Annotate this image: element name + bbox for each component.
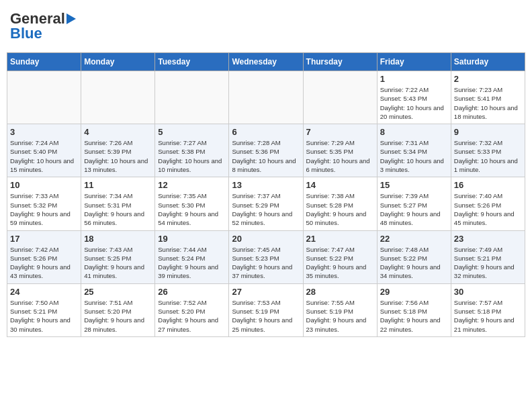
calendar-cell: 17Sunrise: 7:42 AM Sunset: 5:26 PM Dayli…: [7, 230, 81, 283]
calendar-cell: 16Sunrise: 7:40 AM Sunset: 5:26 PM Dayli…: [451, 177, 525, 230]
day-number: 5: [158, 127, 226, 137]
day-number: 19: [158, 234, 226, 244]
day-info: Sunrise: 7:57 AM Sunset: 5:18 PM Dayligh…: [454, 298, 522, 334]
logo: General Blue: [10, 10, 76, 42]
calendar-cell: 7Sunrise: 7:29 AM Sunset: 5:35 PM Daylig…: [303, 124, 377, 177]
day-info: Sunrise: 7:28 AM Sunset: 5:36 PM Dayligh…: [232, 138, 300, 174]
calendar-cell: 9Sunrise: 7:32 AM Sunset: 5:33 PM Daylig…: [451, 124, 525, 177]
weekday-header-friday: Friday: [377, 53, 451, 71]
calendar-cell: 19Sunrise: 7:44 AM Sunset: 5:24 PM Dayli…: [155, 230, 229, 283]
calendar-cell: [229, 71, 303, 124]
day-number: 28: [306, 287, 374, 297]
calendar-cell: 28Sunrise: 7:55 AM Sunset: 5:19 PM Dayli…: [303, 283, 377, 336]
day-info: Sunrise: 7:24 AM Sunset: 5:40 PM Dayligh…: [10, 138, 78, 174]
calendar-cell: 4Sunrise: 7:26 AM Sunset: 5:39 PM Daylig…: [81, 124, 155, 177]
day-number: 9: [454, 127, 522, 137]
weekday-header-saturday: Saturday: [451, 53, 525, 71]
calendar-cell: 10Sunrise: 7:33 AM Sunset: 5:32 PM Dayli…: [7, 177, 81, 230]
day-info: Sunrise: 7:26 AM Sunset: 5:39 PM Dayligh…: [84, 138, 152, 174]
calendar-week-1: 1Sunrise: 7:22 AM Sunset: 5:43 PM Daylig…: [7, 71, 525, 124]
calendar-cell: 12Sunrise: 7:35 AM Sunset: 5:30 PM Dayli…: [155, 177, 229, 230]
day-info: Sunrise: 7:44 AM Sunset: 5:24 PM Dayligh…: [158, 245, 226, 281]
day-number: 6: [232, 127, 300, 137]
calendar-cell: 29Sunrise: 7:56 AM Sunset: 5:18 PM Dayli…: [377, 283, 451, 336]
calendar-cell: 27Sunrise: 7:53 AM Sunset: 5:19 PM Dayli…: [229, 283, 303, 336]
day-number: 10: [10, 180, 78, 190]
day-info: Sunrise: 7:33 AM Sunset: 5:32 PM Dayligh…: [10, 191, 78, 227]
day-info: Sunrise: 7:51 AM Sunset: 5:20 PM Dayligh…: [84, 298, 152, 334]
calendar-week-4: 17Sunrise: 7:42 AM Sunset: 5:26 PM Dayli…: [7, 230, 525, 283]
calendar-cell: 8Sunrise: 7:31 AM Sunset: 5:34 PM Daylig…: [377, 124, 451, 177]
day-number: 15: [380, 180, 448, 190]
day-number: 22: [380, 234, 448, 244]
calendar-cell: 22Sunrise: 7:48 AM Sunset: 5:22 PM Dayli…: [377, 230, 451, 283]
day-number: 29: [380, 287, 448, 297]
calendar-cell: 15Sunrise: 7:39 AM Sunset: 5:27 PM Dayli…: [377, 177, 451, 230]
day-info: Sunrise: 7:43 AM Sunset: 5:25 PM Dayligh…: [84, 245, 152, 281]
calendar-cell: 3Sunrise: 7:24 AM Sunset: 5:40 PM Daylig…: [7, 124, 81, 177]
day-info: Sunrise: 7:53 AM Sunset: 5:19 PM Dayligh…: [232, 298, 300, 334]
day-info: Sunrise: 7:40 AM Sunset: 5:26 PM Dayligh…: [454, 191, 522, 227]
day-info: Sunrise: 7:39 AM Sunset: 5:27 PM Dayligh…: [380, 191, 448, 227]
calendar-cell: [81, 71, 155, 124]
calendar-week-2: 3Sunrise: 7:24 AM Sunset: 5:40 PM Daylig…: [7, 124, 525, 177]
day-info: Sunrise: 7:45 AM Sunset: 5:23 PM Dayligh…: [232, 245, 300, 281]
day-number: 11: [84, 180, 152, 190]
weekday-header-monday: Monday: [81, 53, 155, 71]
day-info: Sunrise: 7:38 AM Sunset: 5:28 PM Dayligh…: [306, 191, 374, 227]
day-number: 16: [454, 180, 522, 190]
day-info: Sunrise: 7:37 AM Sunset: 5:29 PM Dayligh…: [232, 191, 300, 227]
calendar-cell: 30Sunrise: 7:57 AM Sunset: 5:18 PM Dayli…: [451, 283, 525, 336]
calendar-cell: 20Sunrise: 7:45 AM Sunset: 5:23 PM Dayli…: [229, 230, 303, 283]
day-number: 21: [306, 234, 374, 244]
day-info: Sunrise: 7:48 AM Sunset: 5:22 PM Dayligh…: [380, 245, 448, 281]
calendar-cell: 11Sunrise: 7:34 AM Sunset: 5:31 PM Dayli…: [81, 177, 155, 230]
calendar-cell: 24Sunrise: 7:50 AM Sunset: 5:21 PM Dayli…: [7, 283, 81, 336]
day-info: Sunrise: 7:42 AM Sunset: 5:26 PM Dayligh…: [10, 245, 78, 281]
calendar-header-row: SundayMondayTuesdayWednesdayThursdayFrid…: [7, 53, 525, 71]
calendar-cell: 6Sunrise: 7:28 AM Sunset: 5:36 PM Daylig…: [229, 124, 303, 177]
calendar-cell: 14Sunrise: 7:38 AM Sunset: 5:28 PM Dayli…: [303, 177, 377, 230]
logo-arrow-icon: [66, 13, 76, 24]
day-info: Sunrise: 7:31 AM Sunset: 5:34 PM Dayligh…: [380, 138, 448, 174]
day-number: 18: [84, 234, 152, 244]
day-number: 2: [454, 74, 522, 84]
day-number: 23: [454, 234, 522, 244]
day-number: 14: [306, 180, 374, 190]
calendar-cell: 1Sunrise: 7:22 AM Sunset: 5:43 PM Daylig…: [377, 71, 451, 124]
calendar-cell: [7, 71, 81, 124]
day-info: Sunrise: 7:29 AM Sunset: 5:35 PM Dayligh…: [306, 138, 374, 174]
day-number: 27: [232, 287, 300, 297]
day-info: Sunrise: 7:23 AM Sunset: 5:41 PM Dayligh…: [454, 85, 522, 121]
calendar-cell: 18Sunrise: 7:43 AM Sunset: 5:25 PM Dayli…: [81, 230, 155, 283]
day-info: Sunrise: 7:52 AM Sunset: 5:20 PM Dayligh…: [158, 298, 226, 334]
day-number: 13: [232, 180, 300, 190]
day-info: Sunrise: 7:34 AM Sunset: 5:31 PM Dayligh…: [84, 191, 152, 227]
calendar-cell: 2Sunrise: 7:23 AM Sunset: 5:41 PM Daylig…: [451, 71, 525, 124]
day-number: 8: [380, 127, 448, 137]
day-number: 25: [84, 287, 152, 297]
day-number: 3: [10, 127, 78, 137]
calendar-cell: [155, 71, 229, 124]
calendar-cell: 26Sunrise: 7:52 AM Sunset: 5:20 PM Dayli…: [155, 283, 229, 336]
calendar-cell: 23Sunrise: 7:49 AM Sunset: 5:21 PM Dayli…: [451, 230, 525, 283]
weekday-header-wednesday: Wednesday: [229, 53, 303, 71]
page-header: General Blue: [7, 7, 525, 46]
day-number: 30: [454, 287, 522, 297]
logo-blue: Blue: [10, 25, 42, 42]
day-info: Sunrise: 7:50 AM Sunset: 5:21 PM Dayligh…: [10, 298, 78, 334]
day-number: 20: [232, 234, 300, 244]
day-number: 24: [10, 287, 78, 297]
calendar-cell: 25Sunrise: 7:51 AM Sunset: 5:20 PM Dayli…: [81, 283, 155, 336]
day-info: Sunrise: 7:49 AM Sunset: 5:21 PM Dayligh…: [454, 245, 522, 281]
day-info: Sunrise: 7:32 AM Sunset: 5:33 PM Dayligh…: [454, 138, 522, 174]
calendar-cell: [303, 71, 377, 124]
weekday-header-sunday: Sunday: [7, 53, 81, 71]
day-number: 17: [10, 234, 78, 244]
day-number: 1: [380, 74, 448, 84]
day-info: Sunrise: 7:27 AM Sunset: 5:38 PM Dayligh…: [158, 138, 226, 174]
day-number: 26: [158, 287, 226, 297]
day-info: Sunrise: 7:56 AM Sunset: 5:18 PM Dayligh…: [380, 298, 448, 334]
calendar-week-3: 10Sunrise: 7:33 AM Sunset: 5:32 PM Dayli…: [7, 177, 525, 230]
calendar-cell: 5Sunrise: 7:27 AM Sunset: 5:38 PM Daylig…: [155, 124, 229, 177]
